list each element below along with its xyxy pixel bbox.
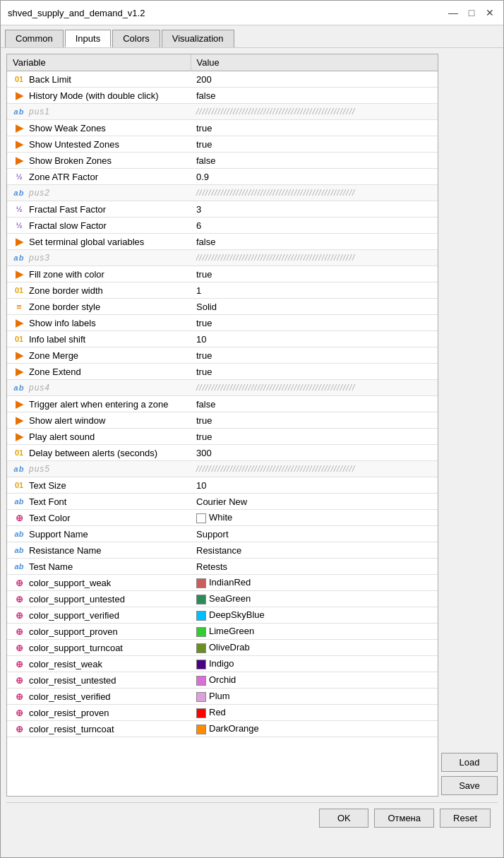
right-panel: Load Save (441, 54, 498, 797)
cancel-button[interactable]: Отмена (374, 809, 434, 828)
row-value-cell: SeaGreen (191, 591, 438, 607)
table-row[interactable]: ▶History Mode (with double click)false (7, 88, 438, 104)
table-row[interactable]: ▶Show Weak Zonestrue (7, 120, 438, 136)
table-row[interactable]: 01Info label shift10 (7, 331, 438, 347)
table-row[interactable]: ⊕color_support_verifiedDeepSkyBlue (7, 607, 438, 624)
table-row[interactable]: ▶Trigger alert when entering a zonefalse (7, 396, 438, 412)
row-name: History Mode (with double click) (29, 90, 159, 101)
table-row[interactable]: abpus5//////////////////////////////////… (7, 461, 438, 477)
load-button[interactable]: Load (441, 753, 498, 772)
row-name: color_support_turncoat (29, 643, 123, 653)
table-row[interactable]: ▶Show Untested Zonestrue (7, 136, 438, 153)
row-label-cell: ½Fractal Fast Factor (7, 201, 191, 217)
table-row[interactable]: 01Zone border width1 (7, 282, 438, 299)
table-row[interactable]: ⊕color_resist_weakIndigo (7, 656, 438, 672)
table-row[interactable]: abpus1//////////////////////////////////… (7, 104, 438, 120)
color-swatch (196, 676, 206, 686)
table-row[interactable]: ▶Show info labelstrue (7, 315, 438, 331)
table-row[interactable]: abResistance NameResistance (7, 542, 438, 559)
table-row[interactable]: ½Fractal slow Factor6 (7, 218, 438, 234)
row-name: Text Size (29, 480, 66, 491)
color-swatch (196, 708, 206, 718)
table-row[interactable]: abTest NameRetests (7, 559, 438, 575)
table-row[interactable]: 01Back Limit200 (7, 71, 438, 88)
row-name: Show alert window (29, 415, 105, 426)
color-value: LimeGreen (209, 626, 254, 636)
row-icon: ⊕ (13, 643, 25, 653)
table-row[interactable]: ≡Zone border styleSolid (7, 299, 438, 315)
table-row[interactable]: ▶Play alert soundtrue (7, 429, 438, 445)
row-icon: ab (13, 383, 25, 392)
row-label-cell: ▶Show info labels (7, 315, 191, 330)
row-icon: ▶ (13, 155, 25, 166)
row-name: Play alert sound (29, 431, 95, 442)
row-value-cell: Orchid (191, 672, 438, 689)
maximize-button[interactable]: □ (465, 6, 478, 19)
color-value: Plum (209, 691, 230, 701)
table-row[interactable]: 01Text Size10 (7, 477, 438, 494)
row-label-cell: 01Zone border width (7, 282, 191, 298)
table-row[interactable]: ▶Fill zone with colortrue (7, 266, 438, 282)
save-button[interactable]: Save (441, 776, 498, 795)
table-row[interactable]: ▶Zone Extendtrue (7, 364, 438, 380)
window-title: shved_supply_and_demand_v1.2 (8, 8, 145, 18)
row-name: Fill zone with color (29, 269, 104, 280)
row-label-cell: 01Info label shift (7, 331, 191, 347)
table-row[interactable]: 01Delay between alerts (seconds)300 (7, 445, 438, 461)
row-label-cell: ▶Zone Merge (7, 347, 191, 363)
row-icon: ▶ (13, 138, 25, 150)
table-row[interactable]: ½Fractal Fast Factor3 (7, 201, 438, 218)
reset-button[interactable]: Reset (440, 809, 491, 828)
close-button[interactable]: ✕ (484, 6, 496, 19)
table-row[interactable]: ⊕color_resist_untestedOrchid (7, 672, 438, 689)
table-row[interactable]: abpus2//////////////////////////////////… (7, 185, 438, 201)
tab-bar: Common Inputs Colors Visualization (1, 25, 503, 48)
tab-inputs[interactable]: Inputs (65, 30, 111, 47)
ok-button[interactable]: OK (319, 809, 368, 828)
row-name: color_resist_verified (29, 691, 111, 702)
table-row[interactable]: ▶Show alert windowtrue (7, 412, 438, 429)
table-row[interactable]: ⊕Text ColorWhite (7, 510, 438, 526)
title-buttons: — □ ✕ (447, 6, 496, 19)
row-icon: ⊕ (13, 626, 25, 637)
row-label-cell: ≡Zone border style (7, 299, 191, 314)
table-row[interactable]: abpus3//////////////////////////////////… (7, 250, 438, 266)
tab-common[interactable]: Common (5, 30, 64, 47)
row-name: Resistance Name (29, 545, 102, 556)
row-label-cell: ⊕color_resist_weak (7, 656, 191, 672)
table-row[interactable]: ½Zone ATR Factor0.9 (7, 169, 438, 185)
color-swatch (196, 595, 206, 604)
color-value: OliveDrab (209, 642, 250, 653)
row-value-cell: true (191, 429, 438, 445)
col-value: Value (191, 54, 438, 71)
table-row[interactable]: ⊕color_support_provenLimeGreen (7, 624, 438, 640)
row-name: Show Broken Zones (29, 155, 112, 166)
row-value-cell: 10 (191, 477, 438, 494)
table-row[interactable]: ▶Set terminal global variablesfalse (7, 234, 438, 250)
table-scroll[interactable]: Variable Value 01Back Limit200▶History M… (7, 54, 438, 796)
row-icon: 01 (13, 335, 25, 343)
row-value-cell: true (191, 347, 438, 364)
minimize-button[interactable]: — (447, 6, 460, 19)
row-value-cell: false (191, 153, 438, 169)
row-value-cell: true (191, 266, 438, 282)
color-swatch (196, 643, 206, 653)
table-row[interactable]: abpus4//////////////////////////////////… (7, 380, 438, 396)
row-name: Zone Merge (29, 350, 78, 361)
table-row[interactable]: abSupport NameSupport (7, 526, 438, 542)
table-row[interactable]: ⊕color_resist_turncoatDarkOrange (7, 721, 438, 737)
table-row[interactable]: ▶Zone Mergetrue (7, 347, 438, 364)
tab-colors[interactable]: Colors (112, 30, 160, 47)
col-variable: Variable (7, 54, 191, 71)
row-value-cell: ////////////////////////////////////////… (191, 250, 438, 266)
tab-visualization[interactable]: Visualization (162, 30, 234, 47)
table-row[interactable]: ⊕color_resist_provenRed (7, 705, 438, 721)
row-value-cell: true (191, 412, 438, 429)
table-row[interactable]: abText FontCourier New (7, 494, 438, 510)
table-row[interactable]: ⊕color_support_turncoatOliveDrab (7, 640, 438, 656)
table-row[interactable]: ⊕color_resist_verifiedPlum (7, 689, 438, 705)
table-row[interactable]: ⊕color_support_untestedSeaGreen (7, 591, 438, 607)
table-row[interactable]: ⊕color_support_weakIndianRed (7, 575, 438, 591)
table-row[interactable]: ▶Show Broken Zonesfalse (7, 153, 438, 169)
row-value-cell: 10 (191, 331, 438, 347)
